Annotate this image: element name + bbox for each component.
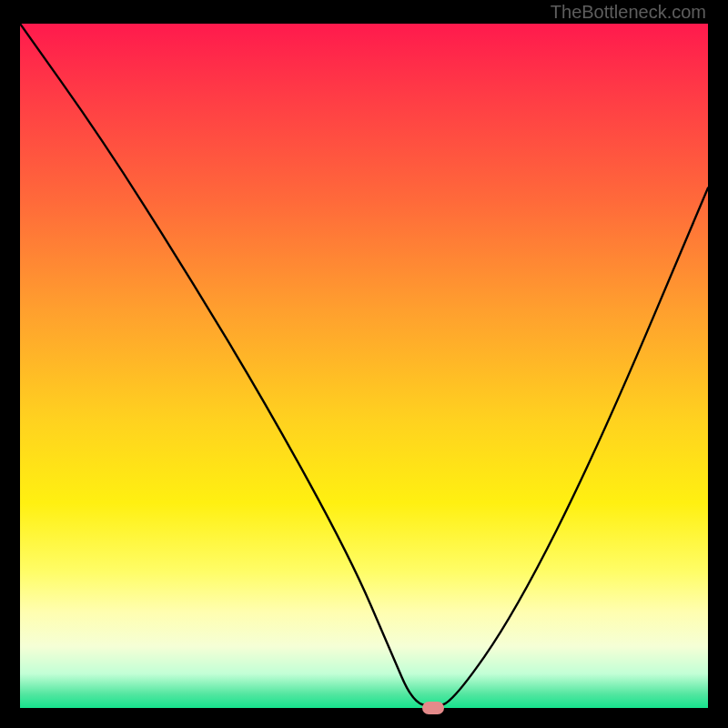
bottleneck-curve — [20, 24, 708, 708]
watermark: TheBottleneck.com — [551, 2, 706, 23]
chart-frame — [20, 24, 708, 708]
bottleneck-marker — [422, 702, 444, 714]
chart-plot — [20, 24, 708, 708]
